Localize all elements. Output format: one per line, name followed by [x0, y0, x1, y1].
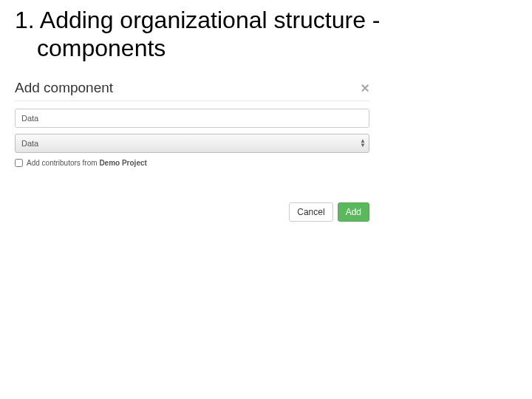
component-name-input[interactable]: [15, 109, 369, 128]
component-category-selected-value: Data: [21, 139, 38, 148]
cancel-button[interactable]: Cancel: [289, 202, 332, 222]
add-contributors-label: Add contributors from Demo Project: [27, 159, 147, 167]
slide-title: 1. Adding organizational structure - com…: [0, 0, 532, 63]
add-contributors-checkbox[interactable]: [15, 159, 23, 167]
dialog-footer: Cancel Add: [15, 202, 369, 222]
divider: [15, 100, 369, 101]
slide-title-line2: components: [15, 34, 517, 62]
add-contributors-row[interactable]: Add contributors from Demo Project: [15, 159, 369, 167]
add-button[interactable]: Add: [338, 202, 369, 222]
add-component-dialog: Add component × Data ▲▼ Add contributors…: [15, 74, 369, 222]
select-updown-icon: ▲▼: [360, 139, 366, 148]
close-icon[interactable]: ×: [361, 81, 369, 95]
dialog-title: Add component: [15, 80, 113, 96]
dialog-header: Add component ×: [15, 74, 369, 100]
slide-title-line1: 1. Adding organizational structure -: [15, 6, 517, 34]
component-category-select[interactable]: Data ▲▼: [15, 134, 369, 153]
